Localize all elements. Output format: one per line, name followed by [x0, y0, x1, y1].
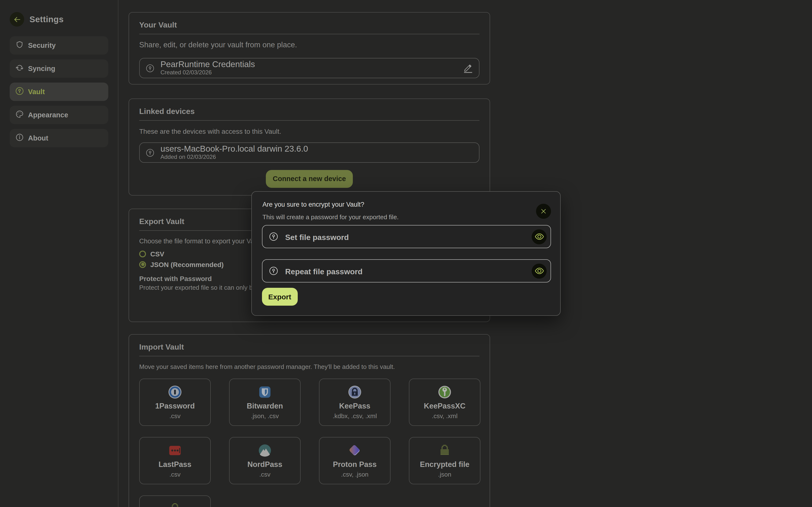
- divider: [139, 120, 479, 121]
- sidebar-item-syncing[interactable]: Syncing: [10, 59, 108, 78]
- your-vault-card: Your Vault Share, edit, or delete your v…: [129, 12, 490, 84]
- radio-icon: [139, 250, 146, 257]
- info-icon: [15, 133, 24, 143]
- import-source-name: Bitwarden: [247, 401, 283, 411]
- linked-devices-title: Linked devices: [139, 107, 479, 116]
- divider: [139, 34, 479, 34]
- key-circle-icon: [146, 64, 154, 72]
- import-vault-description: Move your saved items here from another …: [139, 362, 479, 372]
- export-button[interactable]: Export: [262, 288, 298, 306]
- sync-icon: [15, 63, 24, 74]
- import-source-name: 1Password: [155, 401, 195, 411]
- import-vault-card: Import Vault Move your saved items here …: [129, 334, 490, 507]
- lastpass-icon: [168, 444, 182, 457]
- connect-new-device-button[interactable]: Connect a new device: [266, 170, 353, 188]
- import-source-name: Proton Pass: [333, 460, 377, 469]
- linked-devices-card: Linked devices These are the devices wit…: [129, 99, 490, 195]
- import-source-tile[interactable]: KeePassXC .csv, .xml: [409, 379, 480, 426]
- encrypt-vault-modal: Are you sure to encrypt your Vault? This…: [251, 191, 561, 316]
- import-source-tile[interactable]: Encrypted file .json: [409, 437, 480, 484]
- import-source-name: KeePass: [339, 401, 370, 411]
- import-source-formats: .csv, .xml: [432, 412, 457, 420]
- import-source-formats: .json, .csv: [251, 412, 279, 420]
- import-source-tile[interactable]: NordPass .csv: [229, 437, 301, 484]
- import-source-tile[interactable]: 1Password .csv: [139, 379, 211, 426]
- linked-devices-description: These are the devices with access to thi…: [139, 126, 479, 136]
- sidebar-item-appearance[interactable]: Appearance: [10, 106, 108, 124]
- divider: [139, 356, 479, 356]
- set-file-password-input[interactable]: Set file password: [262, 225, 551, 248]
- shield-icon: [15, 40, 24, 50]
- format-label: JSON (Recommended): [150, 261, 223, 268]
- toggle-password-visibility-button[interactable]: [532, 229, 547, 244]
- encrypted-file-icon: [168, 502, 182, 507]
- sidebar-item-label: Appearance: [28, 111, 68, 119]
- radio-dot: [141, 263, 144, 266]
- import-sources-grid: 1Password .csv Bitwarden .json, .csv Kee…: [139, 379, 479, 507]
- sidebar-item-about[interactable]: About: [10, 129, 108, 147]
- pencil-icon: [463, 63, 473, 73]
- import-source-name: NordPass: [248, 460, 283, 469]
- repeat-file-password-input[interactable]: Repeat file password: [262, 259, 551, 282]
- your-vault-title: Your Vault: [139, 20, 479, 30]
- device-item-row[interactable]: users-MacBook-Pro.local darwin 23.6.0 Ad…: [139, 143, 479, 163]
- import-vault-title: Import Vault: [139, 342, 479, 352]
- app-root: Settings Security Syncing Vault Appearan…: [0, 0, 812, 507]
- key-circle-icon: [146, 149, 154, 157]
- import-source-tile[interactable]: KeePass .kdbx, .csv, .xml: [319, 379, 391, 426]
- your-vault-description: Share, edit, or delete your vault from o…: [139, 40, 479, 50]
- key-circle-icon: [269, 232, 278, 241]
- nordpass-icon: [258, 444, 272, 457]
- vault-created: Created 02/03/2026: [160, 69, 457, 76]
- sidebar-nav: Security Syncing Vault Appearance About: [10, 36, 108, 147]
- bitwarden-icon: [258, 385, 272, 399]
- eye-icon: [534, 266, 544, 276]
- modal-title: Are you sure to encrypt your Vault?: [262, 201, 364, 209]
- sidebar-item-label: Vault: [28, 88, 45, 96]
- eye-icon: [534, 232, 544, 241]
- import-source-tile[interactable]: [139, 495, 211, 507]
- onepassword-icon: [168, 385, 182, 399]
- import-source-formats: .csv: [169, 470, 181, 478]
- page-title: Settings: [30, 14, 63, 24]
- edit-vault-button[interactable]: [463, 63, 473, 73]
- keepassxc-icon: [438, 385, 451, 399]
- sidebar: Settings Security Syncing Vault Appearan…: [0, 0, 118, 507]
- import-source-name: Encrypted file: [420, 460, 469, 469]
- sidebar-item-label: About: [28, 134, 48, 142]
- radio-icon: [139, 261, 146, 268]
- radio-dot: [141, 252, 144, 256]
- toggle-password-visibility-button[interactable]: [532, 264, 547, 278]
- import-source-formats: .json: [438, 470, 451, 478]
- import-source-tile[interactable]: Bitwarden .json, .csv: [229, 379, 301, 426]
- sidebar-item-vault[interactable]: Vault: [10, 82, 108, 101]
- password-placeholder: Set file password: [285, 231, 524, 242]
- vault-name: PearRuntime Credentials: [160, 60, 457, 69]
- close-icon: [540, 208, 547, 214]
- vault-item-row[interactable]: PearRuntime Credentials Created 02/03/20…: [139, 58, 479, 78]
- modal-close-button[interactable]: [536, 204, 551, 219]
- import-source-formats: .csv: [169, 412, 181, 420]
- key-circle-icon: [269, 267, 278, 275]
- format-label: CSV: [150, 250, 164, 258]
- import-source-formats: .kdbx, .csv, .xml: [333, 412, 377, 420]
- sidebar-item-security[interactable]: Security: [10, 36, 108, 55]
- protonpass-icon: [348, 444, 361, 457]
- sidebar-item-label: Syncing: [28, 65, 55, 72]
- modal-subtitle: This will create a password for your exp…: [262, 213, 399, 222]
- import-source-formats: .csv: [259, 470, 270, 478]
- keepass-icon: [348, 385, 361, 399]
- import-source-tile[interactable]: Proton Pass .csv, .json: [319, 437, 391, 484]
- vault-key-icon: [15, 87, 24, 97]
- device-added: Added on 02/03/2026: [160, 154, 473, 161]
- sidebar-header: Settings: [10, 12, 63, 26]
- repeat-password-placeholder: Repeat file password: [285, 266, 524, 276]
- import-source-name: LastPass: [158, 460, 191, 469]
- sidebar-item-label: Security: [28, 42, 56, 49]
- device-name: users-MacBook-Pro.local darwin 23.6.0: [160, 145, 473, 154]
- import-source-name: KeePassXC: [424, 401, 465, 411]
- import-source-formats: .csv, .json: [341, 470, 368, 478]
- encrypted-file-icon: [438, 444, 451, 457]
- back-button[interactable]: [10, 12, 24, 26]
- import-source-tile[interactable]: LastPass .csv: [139, 437, 211, 484]
